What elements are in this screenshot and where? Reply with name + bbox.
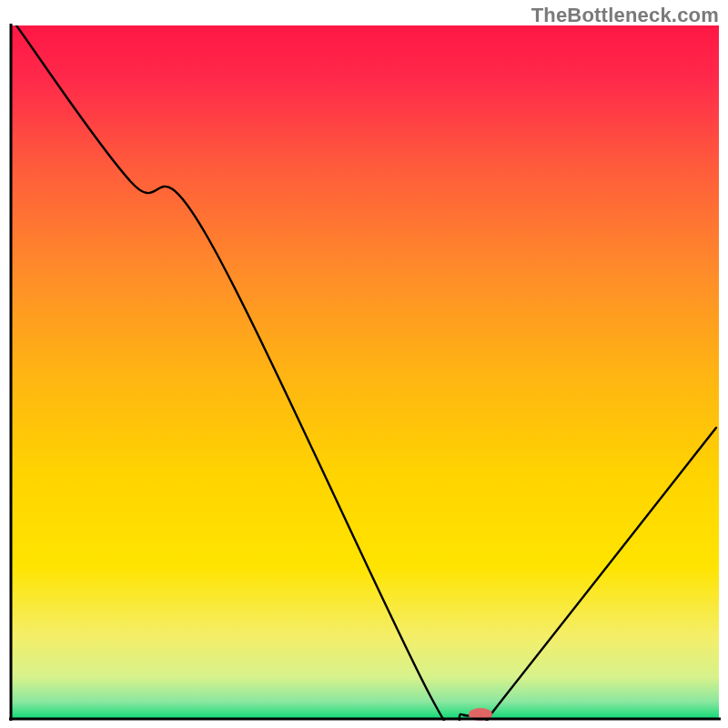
bottleneck-chart: TheBottleneck.com bbox=[0, 0, 728, 728]
chart-svg bbox=[0, 0, 728, 728]
gradient-background bbox=[11, 25, 719, 719]
watermark-text: TheBottleneck.com bbox=[531, 4, 719, 27]
